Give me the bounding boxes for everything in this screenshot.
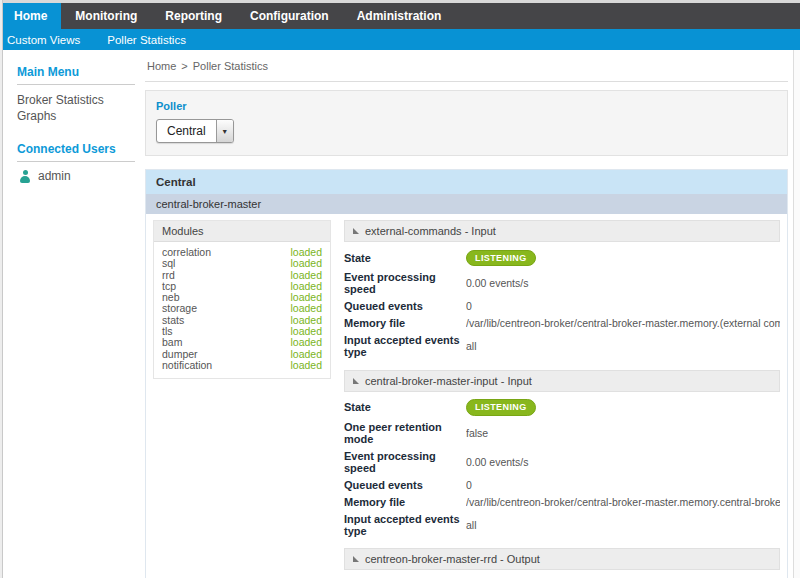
stat-label: Queued events [344,300,466,312]
module-status: loaded [290,337,322,348]
stat-row: Memory file/var/lib/centreon-broker/cent… [344,493,780,510]
tab-monitoring[interactable]: Monitoring [61,3,151,29]
status-badge: LISTENING [466,399,536,416]
vertical-scrollbar[interactable] [793,50,800,578]
subnav-item-custom-views[interactable]: Custom Views [7,34,80,46]
subnav-item-poller-statistics[interactable]: Poller Statistics [107,34,186,46]
breadcrumb-current[interactable]: Poller Statistics [193,60,268,72]
window-left-edge [0,0,3,578]
collapse-icon [353,228,359,234]
connected-users-title: Connected Users [17,142,145,156]
sidebar-item-broker-statistics[interactable]: Broker Statistics [17,92,145,108]
section-external-commands-input: external-commands - InputStateLISTENINGE… [344,220,780,365]
stat-value: 0.00 events/s [466,456,780,468]
module-name: bam [162,337,182,348]
stat-row: Input accepted events typeall [344,332,780,361]
divider [17,161,135,162]
tab-home[interactable]: Home [0,3,61,29]
module-status: loaded [290,258,322,269]
section-rows: StateLISTENINGOne peer retention modefal… [344,392,780,544]
stat-label: Memory file [344,496,466,508]
stat-value: false [466,427,780,439]
collapse-icon [353,556,359,562]
stat-label: Queued events [344,479,466,491]
module-row: bamloaded [154,337,330,348]
stat-label: State [344,401,466,413]
section-rows: StateLISTENINGEvent processing speed0.00… [344,242,780,365]
stat-value: 0.00 events/s [466,277,780,289]
stat-row: Queued events0 [344,476,780,493]
panel-title: Central [146,170,787,194]
module-name: sql [162,258,175,269]
stat-label: Memory file [344,317,466,329]
stat-row: Event processing speed0.00 events/s [344,269,780,298]
divider [17,84,135,85]
section-title: external-commands - Input [365,225,496,237]
user-name: admin [38,169,71,183]
module-row: sqlloaded [154,258,330,269]
stat-value: /var/lib/centreon-broker/central-broker-… [466,317,780,329]
section-rows: StateCONNECTEDStatusreading event from m… [344,570,780,578]
chevron-down-icon: ▼ [216,120,233,142]
breadcrumb-home[interactable]: Home [147,60,176,72]
section-header[interactable]: external-commands - Input [344,220,780,242]
stat-label: One peer retention mode [344,421,466,445]
stat-label: Input accepted events type [344,334,466,358]
stat-value: 0 [466,479,780,491]
stat-value: all [466,340,780,352]
sidebar-item-graphs[interactable]: Graphs [17,108,145,124]
stat-row: Queued events0 [344,298,780,315]
poller-label: Poller [156,100,777,112]
collapse-icon [353,378,359,384]
stat-value: LISTENING [466,399,780,416]
poller-select-value: Central [157,120,216,142]
modules-header: Modules [154,221,330,242]
panel-subtitle: central-broker-master [146,194,787,214]
poller-filter-panel: Poller Central ▼ [145,90,788,156]
tab-configuration[interactable]: Configuration [236,3,343,29]
breadcrumb-separator: > [181,60,187,72]
tab-reporting[interactable]: Reporting [151,3,236,29]
stat-row: Input accepted events typeall [344,510,780,539]
section-centreon-broker-master-rrd-output: centreon-broker-master-rrd - OutputState… [344,548,780,578]
module-status: loaded [290,360,322,371]
section-header[interactable]: central-broker-master-input - Input [344,370,780,392]
modules-box: Modules correlationloadedsqlloadedrrdloa… [153,220,331,379]
poller-select[interactable]: Central ▼ [156,119,234,143]
connected-user-row: admin [17,169,145,183]
stat-label: Input accepted events type [344,513,466,537]
stat-row: Memory file/var/lib/centreon-broker/cent… [344,315,780,332]
endpoint-sections: external-commands - InputStateLISTENINGE… [344,220,780,578]
sidebar: Main Menu Broker StatisticsGraphs Connec… [0,50,145,578]
module-row: notificationloaded [154,360,330,371]
stat-value: /var/lib/centreon-broker/central-broker-… [466,496,780,508]
tab-administration[interactable]: Administration [343,3,456,29]
module-name: notification [162,360,212,371]
section-title: central-broker-master-input - Input [365,375,532,387]
main-content: Home>Poller Statistics Poller Central ▼ … [145,50,800,578]
broker-stats-panel: Central central-broker-master Modules co… [145,169,788,578]
stat-row: Event processing speed0.00 events/s [344,447,780,476]
top-navigation: HomeMonitoringReportingConfigurationAdmi… [0,3,800,29]
status-badge: LISTENING [466,250,536,267]
breadcrumb: Home>Poller Statistics [145,56,788,82]
stat-value: 0 [466,300,780,312]
stat-label: Event processing speed [344,450,466,474]
stat-value: LISTENING [466,250,780,267]
stat-label: State [344,252,466,264]
sub-navigation: Custom ViewsPoller Statistics [0,29,800,50]
stat-row: StateLISTENING [344,247,780,269]
stat-row: One peer retention modefalse [344,418,780,447]
section-title: centreon-broker-master-rrd - Output [365,553,540,565]
section-header[interactable]: centreon-broker-master-rrd - Output [344,548,780,570]
main-menu-title: Main Menu [17,65,145,79]
user-icon [19,170,31,183]
stat-value: all [466,519,780,531]
section-central-broker-master-input-input: central-broker-master-input - InputState… [344,370,780,544]
stat-label: Event processing speed [344,271,466,295]
stat-row: StateLISTENING [344,397,780,419]
